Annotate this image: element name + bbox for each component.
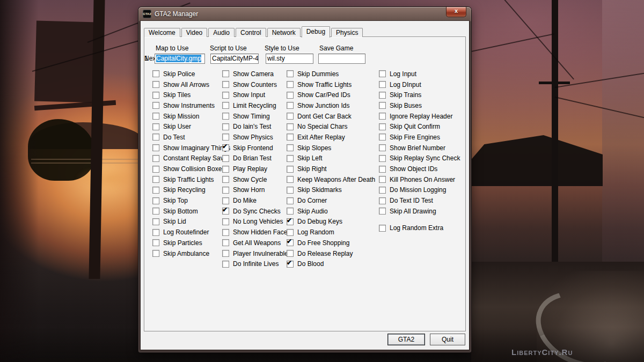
checkbox-box bbox=[222, 92, 229, 99]
checkbox-log-input[interactable]: Log Input bbox=[379, 69, 460, 79]
checkbox-show-horn[interactable]: Show Horn bbox=[222, 185, 290, 196]
checkbox-exit-after-replay[interactable]: Exit After Replay bbox=[287, 132, 375, 143]
checkbox-ignore-replay-header[interactable]: Ignore Replay Header bbox=[379, 111, 460, 122]
tab-welcome[interactable]: Welcome bbox=[144, 28, 180, 37]
checkbox-skip-particles[interactable]: Skip Particles bbox=[152, 238, 230, 248]
checkbox-skip-slopes[interactable]: Skip Slopes bbox=[287, 143, 375, 153]
checkbox-skip-ambulance[interactable]: Skip Ambulance bbox=[152, 248, 230, 259]
checkbox-do-corner[interactable]: Do Corner bbox=[287, 195, 375, 206]
checkbox-do-text-id-test[interactable]: Do Text ID Test bbox=[379, 195, 460, 206]
checkbox-limit-recycling[interactable]: Limit Recycling bbox=[222, 100, 290, 111]
checkbox-kill-phones-on-answer[interactable]: Kill Phones On Answer bbox=[379, 174, 460, 185]
checkbox-log-random-extra[interactable]: Log Random Extra bbox=[379, 223, 460, 234]
checkbox-skip-bottom[interactable]: Skip Bottom bbox=[152, 206, 230, 217]
checkbox-show-traffic-lights[interactable]: Show Traffic Lights bbox=[287, 79, 375, 90]
checkbox-show-collision-boxes[interactable]: Show Collision Boxes bbox=[152, 164, 230, 174]
save-game-input[interactable] bbox=[318, 54, 365, 64]
checkbox-show-timing[interactable]: Show Timing bbox=[222, 111, 290, 122]
tab-video[interactable]: Video bbox=[181, 28, 207, 37]
checkbox-skip-frontend[interactable]: ✔Skip Frontend bbox=[222, 143, 290, 153]
checkbox-skip-quit-confirm[interactable]: Skip Quit Confirm bbox=[379, 121, 460, 132]
checkbox-skip-skidmarks[interactable]: Skip Skidmarks bbox=[287, 185, 375, 196]
checkbox-show-junction-ids[interactable]: Show Junction Ids bbox=[287, 100, 375, 111]
checkbox-label: Do Debug Keys bbox=[297, 218, 342, 225]
checkbox-label: Log Input bbox=[390, 70, 416, 78]
checkbox-box bbox=[379, 70, 386, 77]
checkbox-skip-audio[interactable]: Skip Audio bbox=[287, 206, 375, 217]
checkbox-skip-recycling[interactable]: Skip Recycling bbox=[152, 185, 230, 196]
checkbox-do-blood[interactable]: ✔Do Blood bbox=[287, 258, 375, 269]
checkbox-box bbox=[152, 113, 159, 120]
checkbox-show-instruments[interactable]: Show Instruments bbox=[152, 100, 230, 111]
checkbox-skip-mission[interactable]: Skip Mission bbox=[152, 111, 230, 122]
checkbox-show-hidden-faces[interactable]: Show Hidden Faces bbox=[222, 227, 290, 238]
checkbox-show-counters[interactable]: Show Counters bbox=[222, 79, 290, 90]
checkbox-show-car-ped-ids[interactable]: Show Car/Ped IDs bbox=[287, 90, 375, 100]
checkbox-skip-user[interactable]: Skip User bbox=[152, 121, 230, 132]
checkbox-no-long-vehicles[interactable]: No Long Vehicles bbox=[222, 217, 290, 227]
checkbox-skip-right[interactable]: Skip Right bbox=[287, 164, 375, 174]
checkbox-do-brian-test[interactable]: Do Brian Test bbox=[222, 153, 290, 164]
checkbox-do-debug-keys[interactable]: ✔Do Debug Keys bbox=[287, 217, 375, 227]
checkbox-label: Skip Bottom bbox=[163, 208, 198, 215]
checkbox-do-mission-logging[interactable]: Do Mission Logging bbox=[379, 185, 460, 196]
quit-button[interactable]: Quit bbox=[430, 334, 465, 345]
checkbox-skip-trains[interactable]: Skip Trains bbox=[379, 90, 460, 100]
checkbox-show-object-ids[interactable]: Show Object IDs bbox=[379, 164, 460, 174]
checkbox-get-all-weapons[interactable]: Get All Weapons bbox=[222, 238, 290, 248]
checkbox-do-sync-checks[interactable]: ✔Do Sync Checks bbox=[222, 206, 290, 217]
close-button[interactable]: x bbox=[446, 7, 466, 17]
checkbox-do-free-shopping[interactable]: ✔Do Free Shopping bbox=[287, 238, 375, 248]
gta2-button[interactable]: GTA2 bbox=[387, 334, 425, 345]
titlebar[interactable]: GTA2 GTA2 Manager x bbox=[138, 7, 471, 21]
tab-control[interactable]: Control bbox=[236, 28, 266, 37]
checkbox-box bbox=[152, 187, 159, 194]
checkbox-skip-all-drawing[interactable]: Skip All Drawing bbox=[379, 206, 460, 217]
checkbox-do-mike[interactable]: Do Mike bbox=[222, 195, 290, 206]
checkbox-skip-police[interactable]: Skip Police bbox=[152, 69, 230, 79]
checkbox-play-replay[interactable]: Play Replay bbox=[222, 164, 290, 174]
checkbox-show-imaginary-things[interactable]: Show Imaginary Things bbox=[152, 143, 230, 153]
checkbox-show-input[interactable]: Show Input bbox=[222, 90, 290, 100]
telephone-pole-right bbox=[552, 0, 558, 263]
checkbox-box bbox=[379, 225, 386, 232]
checkbox-log-random[interactable]: Log Random bbox=[287, 227, 375, 238]
checkbox-skip-lid[interactable]: Skip Lid bbox=[152, 217, 230, 227]
checkbox-show-brief-number[interactable]: Show Brief Number bbox=[379, 143, 460, 153]
checkbox-skip-top[interactable]: Skip Top bbox=[152, 195, 230, 206]
checkbox-show-camera[interactable]: Show Camera bbox=[222, 69, 290, 79]
tab-debug[interactable]: Debug bbox=[302, 26, 330, 38]
checkbox-skip-left[interactable]: Skip Left bbox=[287, 153, 375, 164]
script-to-use-input[interactable]: CapitalCityMP-4P.s bbox=[210, 54, 259, 64]
tab-physics[interactable]: Physics bbox=[331, 28, 363, 37]
checkbox-label: Skip Police bbox=[163, 70, 195, 78]
sunlit-grass bbox=[75, 166, 140, 190]
checkbox-box bbox=[379, 197, 386, 204]
style-to-use-input[interactable]: wil.sty bbox=[266, 54, 313, 64]
checkbox-skip-replay-sync-check[interactable]: Skip Replay Sync Check bbox=[379, 153, 460, 164]
tab-audio[interactable]: Audio bbox=[208, 28, 235, 37]
checkbox-show-physics[interactable]: Show Physics bbox=[222, 132, 290, 143]
checkbox-do-infinite-lives[interactable]: Do Infinite Lives bbox=[222, 258, 290, 269]
checkbox-skip-fire-engines[interactable]: Skip Fire Engines bbox=[379, 132, 460, 143]
tab-network[interactable]: Network bbox=[267, 28, 301, 37]
checkbox-show-cycle[interactable]: Show Cycle bbox=[222, 174, 290, 185]
checkbox-log-routefinder[interactable]: Log Routefinder bbox=[152, 227, 230, 238]
checkbox-no-special-chars[interactable]: No Special Chars bbox=[287, 121, 375, 132]
checkbox-do-release-replay[interactable]: Do Release Replay bbox=[287, 248, 375, 259]
checkbox-dont-get-car-back[interactable]: Dont Get Car Back bbox=[287, 111, 375, 122]
checkbox-skip-tiles[interactable]: Skip Tiles bbox=[152, 90, 230, 100]
checkbox-log-dinput[interactable]: Log DInput bbox=[379, 79, 460, 90]
checkbox-do-test[interactable]: Do Test bbox=[152, 132, 230, 143]
checkbox-keep-weapons-after-death[interactable]: Keep Weapons After Death bbox=[287, 174, 375, 185]
checkbox-show-all-arrows[interactable]: Show All Arrows bbox=[152, 79, 230, 90]
checkbox-box bbox=[222, 155, 229, 162]
checkbox-skip-traffic-lights[interactable]: Skip Traffic Lights bbox=[152, 174, 230, 185]
checkbox-constant-replay-save[interactable]: Constant Replay Save bbox=[152, 153, 230, 164]
checkbox-skip-dummies[interactable]: Skip Dummies bbox=[287, 69, 375, 79]
checkbox-label: Get All Weapons bbox=[233, 239, 281, 247]
checkbox-do-iain-s-test[interactable]: Do Iain's Test bbox=[222, 121, 290, 132]
map-to-use-input[interactable]: CapitalCity.gmp bbox=[155, 54, 205, 64]
checkbox-skip-buses[interactable]: Skip Buses bbox=[379, 100, 460, 111]
checkbox-player-invulnerable[interactable]: Player Invulnerable bbox=[222, 248, 290, 259]
